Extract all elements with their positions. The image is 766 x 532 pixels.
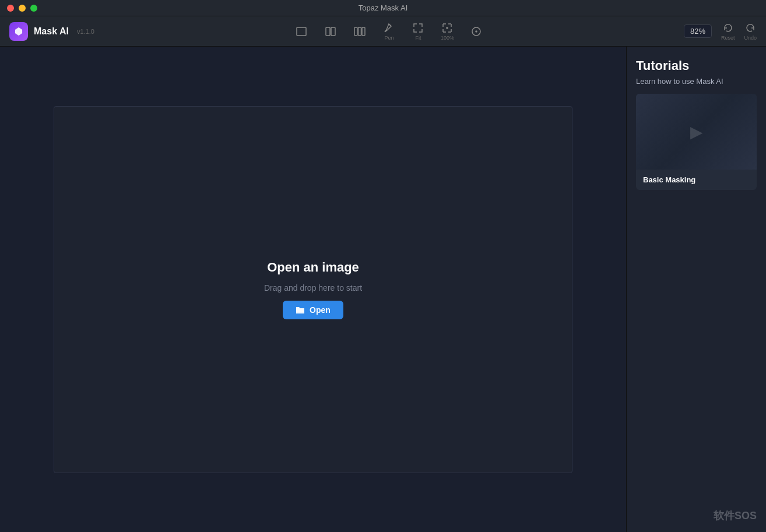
open-button-label: Open xyxy=(310,305,331,315)
canvas-workspace[interactable]: Open an image Drag and drop here to star… xyxy=(54,106,572,473)
svg-rect-3 xyxy=(354,27,357,36)
toolbar: Mask AI v1.1.0 xyxy=(0,16,766,47)
tutorial-card-label: Basic Masking xyxy=(636,170,757,190)
close-button[interactable] xyxy=(7,5,14,12)
pen-tool[interactable]: Pen xyxy=(376,20,402,43)
toolbar-center: Pen Fit xyxy=(94,20,684,43)
pen-label: Pen xyxy=(384,35,393,41)
toolbar-right: 82% Reset Undo xyxy=(684,22,757,41)
drag-drop-label: Drag and drop here to start xyxy=(264,283,362,293)
canvas-area: Open an image Drag and drop here to star… xyxy=(0,47,626,532)
app-logo xyxy=(9,22,28,41)
undo-button[interactable]: Undo xyxy=(744,22,757,41)
app-version: v1.1.0 xyxy=(77,28,94,35)
target-tool[interactable] xyxy=(463,23,489,40)
tutorial-card-basic-masking[interactable]: Basic Masking xyxy=(636,94,757,190)
svg-rect-5 xyxy=(362,27,365,36)
zoom100-tool[interactable]: 100% xyxy=(434,20,460,43)
view-single-tool[interactable] xyxy=(289,23,314,40)
maximize-button[interactable] xyxy=(30,5,37,12)
fit-tool[interactable]: Fit xyxy=(405,20,431,43)
title-bar: Topaz Mask AI xyxy=(0,0,766,16)
svg-point-10 xyxy=(476,31,477,32)
window-title: Topaz Mask AI xyxy=(359,3,408,12)
tutorials-title: Tutorials xyxy=(636,58,757,73)
reset-label: Reset xyxy=(721,35,735,41)
reset-button[interactable]: Reset xyxy=(721,22,735,41)
tutorial-thumbnail xyxy=(636,94,757,170)
svg-rect-0 xyxy=(297,27,306,36)
toolbar-left: Mask AI v1.1.0 xyxy=(9,22,94,41)
open-button[interactable]: Open xyxy=(283,301,343,319)
zoom-display: 82% xyxy=(684,24,712,38)
svg-rect-2 xyxy=(331,27,335,36)
view-side-tool[interactable] xyxy=(347,23,373,40)
traffic-lights[interactable] xyxy=(7,5,37,12)
app-name: Mask AI xyxy=(34,26,69,37)
minimize-button[interactable] xyxy=(19,5,26,12)
view-split-tool[interactable] xyxy=(318,23,343,40)
svg-rect-1 xyxy=(326,27,330,36)
right-sidebar: Tutorials Learn how to use Mask AI Basic… xyxy=(626,47,766,532)
open-image-title: Open an image xyxy=(267,260,359,275)
undo-label: Undo xyxy=(744,35,757,41)
tutorials-subtitle: Learn how to use Mask AI xyxy=(636,77,757,86)
main-content: Open an image Drag and drop here to star… xyxy=(0,47,766,532)
zoom100-label: 100% xyxy=(441,35,454,41)
svg-rect-4 xyxy=(359,27,361,36)
fit-label: Fit xyxy=(415,35,421,41)
svg-line-6 xyxy=(389,24,391,26)
